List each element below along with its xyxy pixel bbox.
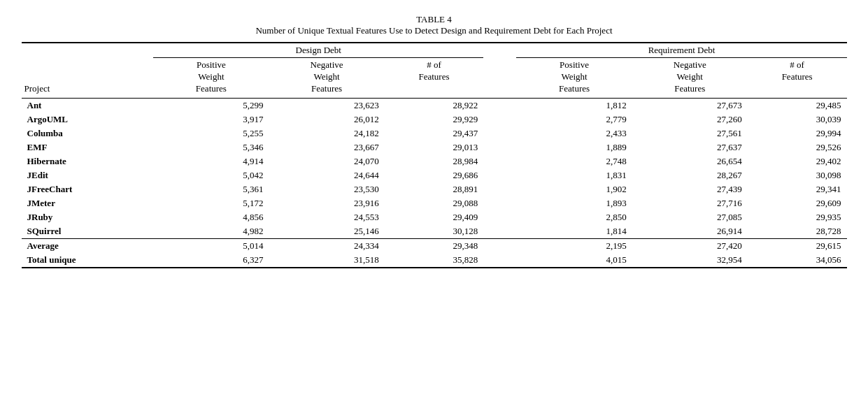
data-cell: 1,831 xyxy=(516,168,632,182)
data-cell xyxy=(483,140,516,154)
data-cell xyxy=(483,210,516,224)
spacer-col xyxy=(483,58,516,99)
data-cell: 4,914 xyxy=(153,154,269,168)
rd-num-col-header: # ofFeatures xyxy=(748,58,847,99)
design-debt-header: Design Debt xyxy=(153,43,483,58)
data-cell xyxy=(483,154,516,168)
summary-cell: 29,348 xyxy=(385,238,484,253)
table-row: ArgoUML3,91726,01229,9292,77927,26030,03… xyxy=(22,113,847,126)
data-cell xyxy=(483,113,516,126)
data-cell: 29,013 xyxy=(385,140,484,154)
data-cell: 5,299 xyxy=(153,98,269,113)
data-cell: 2,779 xyxy=(516,113,632,126)
table-row: SQuirrel4,98225,14630,1281,81426,91428,7… xyxy=(22,224,847,239)
table-row: Hibernate4,91424,07028,9842,74826,65429,… xyxy=(22,154,847,168)
data-cell xyxy=(483,224,516,239)
data-cell: 23,916 xyxy=(269,196,384,210)
project-col-header: Project xyxy=(22,58,154,99)
data-cell: 29,929 xyxy=(385,113,484,126)
data-cell: 27,673 xyxy=(632,98,748,113)
table-row: JMeter5,17223,91629,0881,89327,71629,609 xyxy=(22,196,847,210)
data-cell: 1,814 xyxy=(516,224,632,239)
summary-cell: 2,195 xyxy=(516,238,632,253)
table-title: TABLE 4 Number of Unique Textual Feature… xyxy=(22,14,847,36)
project-name: JRuby xyxy=(22,210,154,224)
data-cell: 29,402 xyxy=(748,154,847,168)
data-cell: 5,346 xyxy=(153,140,269,154)
data-cell: 26,654 xyxy=(632,154,748,168)
data-cell: 5,255 xyxy=(153,126,269,140)
summary-cell: 6,327 xyxy=(153,253,269,268)
dd-num-col-header: # ofFeatures xyxy=(385,58,484,99)
data-tbody: Ant5,29923,62328,9221,81227,67329,485Arg… xyxy=(22,98,847,238)
summary-row: Total unique6,32731,51835,8284,01532,954… xyxy=(22,253,847,268)
rd-pos-col-header: PositiveWeightFeatures xyxy=(516,58,632,99)
summary-tbody: Average5,01424,33429,3482,19527,42029,61… xyxy=(22,238,847,268)
summary-cell xyxy=(483,253,516,268)
data-cell: 28,984 xyxy=(385,154,484,168)
data-cell: 26,012 xyxy=(269,113,384,126)
data-cell xyxy=(483,98,516,113)
data-cell: 26,914 xyxy=(632,224,748,239)
summary-cell: 24,334 xyxy=(269,238,384,253)
project-name: EMF xyxy=(22,140,154,154)
data-cell: 29,526 xyxy=(748,140,847,154)
data-cell: 30,098 xyxy=(748,168,847,182)
data-cell: 2,433 xyxy=(516,126,632,140)
data-cell: 29,437 xyxy=(385,126,484,140)
data-cell: 5,172 xyxy=(153,196,269,210)
summary-cell: 32,954 xyxy=(632,253,748,268)
title-line2: Number of Unique Textual Features Use to… xyxy=(22,25,847,36)
data-cell: 24,553 xyxy=(269,210,384,224)
table-row: Columba5,25524,18229,4372,43327,56129,99… xyxy=(22,126,847,140)
data-cell xyxy=(483,126,516,140)
data-cell: 4,982 xyxy=(153,224,269,239)
data-cell: 2,850 xyxy=(516,210,632,224)
data-cell: 23,623 xyxy=(269,98,384,113)
table-row: Ant5,29923,62328,9221,81227,67329,485 xyxy=(22,98,847,113)
summary-cell: 31,518 xyxy=(269,253,384,268)
summary-cell: 27,420 xyxy=(632,238,748,253)
project-name: JMeter xyxy=(22,196,154,210)
summary-cell xyxy=(483,238,516,253)
table-row: JRuby4,85624,55329,4092,85027,08529,935 xyxy=(22,210,847,224)
table-row: EMF5,34623,66729,0131,88927,63729,526 xyxy=(22,140,847,154)
data-cell xyxy=(483,168,516,182)
project-name: JEdit xyxy=(22,168,154,182)
data-cell: 29,088 xyxy=(385,196,484,210)
data-cell: 2,748 xyxy=(516,154,632,168)
data-cell: 1,893 xyxy=(516,196,632,210)
project-name: Average xyxy=(22,238,154,253)
data-cell: 27,439 xyxy=(632,182,748,196)
section-header-row: Design Debt Requirement Debt xyxy=(22,43,847,58)
data-cell: 1,889 xyxy=(516,140,632,154)
summary-cell: 5,014 xyxy=(153,238,269,253)
col-header-row: Project PositiveWeightFeatures NegativeW… xyxy=(22,58,847,99)
data-cell: 3,917 xyxy=(153,113,269,126)
data-cell: 24,182 xyxy=(269,126,384,140)
data-cell: 27,085 xyxy=(632,210,748,224)
data-cell: 29,485 xyxy=(748,98,847,113)
data-cell: 27,260 xyxy=(632,113,748,126)
project-name: ArgoUML xyxy=(22,113,154,126)
project-name: Total unique xyxy=(22,253,154,268)
summary-cell: 35,828 xyxy=(385,253,484,268)
data-cell: 4,856 xyxy=(153,210,269,224)
data-cell: 28,922 xyxy=(385,98,484,113)
rd-neg-col-header: NegativeWeightFeatures xyxy=(632,58,748,99)
data-cell: 27,716 xyxy=(632,196,748,210)
empty-header xyxy=(22,43,154,58)
summary-cell: 29,615 xyxy=(748,238,847,253)
title-line1: TABLE 4 xyxy=(22,14,847,25)
project-name: Ant xyxy=(22,98,154,113)
req-debt-header: Requirement Debt xyxy=(516,43,846,58)
project-name: Columba xyxy=(22,126,154,140)
data-cell: 28,891 xyxy=(385,182,484,196)
data-cell: 5,361 xyxy=(153,182,269,196)
project-name: Hibernate xyxy=(22,154,154,168)
data-cell: 28,728 xyxy=(748,224,847,239)
data-cell xyxy=(483,196,516,210)
summary-row: Average5,01424,33429,3482,19527,42029,61… xyxy=(22,238,847,253)
data-cell: 30,128 xyxy=(385,224,484,239)
main-table: Design Debt Requirement Debt Project Pos… xyxy=(22,42,847,268)
